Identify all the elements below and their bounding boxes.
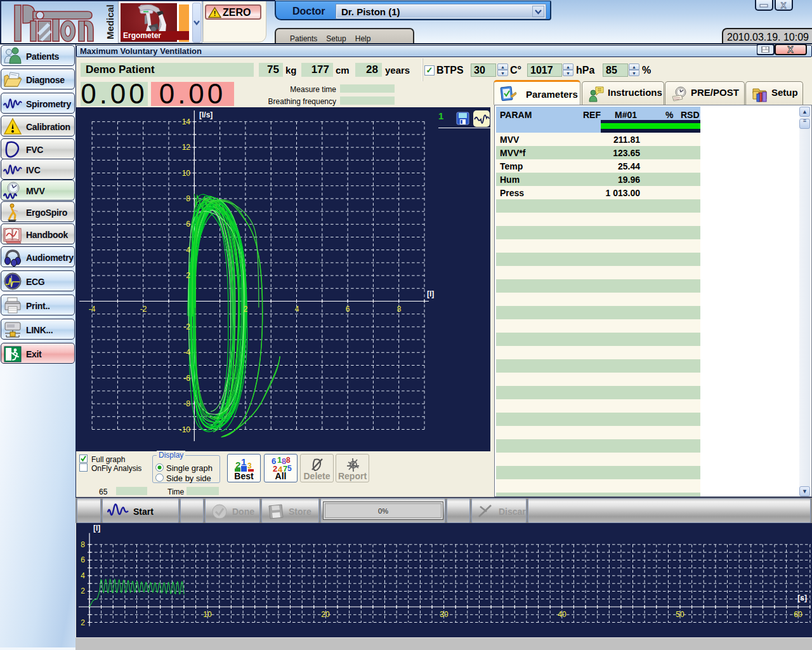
svg-text:20: 20 (321, 610, 330, 619)
svg-text:[l]: [l] (93, 524, 100, 533)
svg-text:4: 4 (295, 305, 299, 314)
svg-text:1: 1 (241, 457, 246, 467)
svg-text:12: 12 (182, 143, 191, 152)
svg-text:[l]: [l] (427, 289, 434, 298)
svg-text:6: 6 (81, 555, 85, 564)
svg-text:-2: -2 (140, 305, 147, 314)
svg-text:40: 40 (558, 610, 566, 619)
svg-text:2: 2 (81, 618, 85, 627)
svg-text:6: 6 (186, 220, 190, 229)
svg-text:4: 4 (186, 246, 190, 255)
svg-text:6: 6 (346, 305, 350, 314)
svg-text:-6: -6 (183, 374, 190, 383)
svg-text:60: 60 (794, 610, 802, 619)
svg-text:-4: -4 (89, 305, 96, 314)
svg-text:10: 10 (203, 610, 212, 619)
svg-text:[l/s]: [l/s] (199, 110, 213, 119)
svg-text:-10: -10 (180, 425, 191, 434)
svg-text:30: 30 (440, 610, 449, 619)
svg-text:!: ! (214, 10, 216, 17)
svg-text:[s]: [s] (797, 594, 807, 602)
svg-text:2: 2 (244, 305, 248, 314)
svg-text:3: 3 (247, 461, 252, 470)
svg-text:-4: -4 (183, 348, 190, 357)
svg-text:X: X (781, 1, 787, 9)
svg-text:14: 14 (182, 117, 191, 126)
svg-text:2: 2 (81, 587, 85, 595)
svg-text:2: 2 (186, 271, 190, 280)
svg-text:50: 50 (676, 610, 684, 619)
svg-text:X: X (787, 44, 794, 55)
svg-text:8: 8 (286, 456, 291, 465)
svg-text:8: 8 (186, 194, 190, 203)
svg-text:-2: -2 (183, 322, 190, 331)
svg-text:8: 8 (81, 540, 85, 549)
svg-text:8: 8 (397, 305, 402, 314)
svg-text:10: 10 (182, 169, 191, 178)
svg-text:4: 4 (81, 571, 85, 580)
svg-text:-8: -8 (183, 399, 190, 408)
